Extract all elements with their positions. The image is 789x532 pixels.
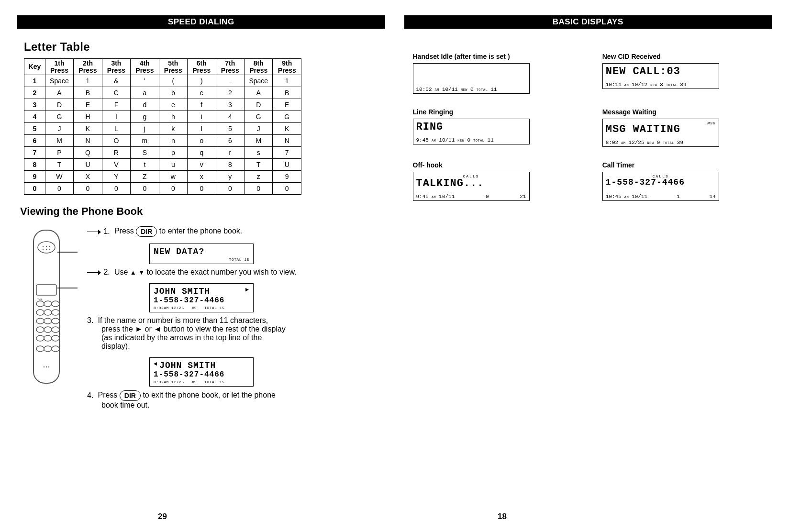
letter-table-cell: 2 <box>216 87 244 99</box>
letter-table-header: 6thPress <box>188 59 216 75</box>
letter-table-header: 4thPress <box>131 59 159 75</box>
card-call-timer: Call Timer CALLS 1-558-327-4466 10:45AM … <box>602 161 763 201</box>
card-msg-waiting: Message Waiting MSG MSG WAITING 8:02AM 1… <box>602 108 763 147</box>
table-row: 0000000000 <box>24 183 301 195</box>
table-row: 9WXYZwxyz9 <box>24 171 301 183</box>
letter-table-cell: b <box>159 87 187 99</box>
letter-table-cell: K <box>273 123 301 135</box>
letter-table-cell: q <box>188 147 216 159</box>
svg-point-30 <box>48 366 49 367</box>
letter-table-cell: D <box>45 99 73 111</box>
letter-table-cell: 0 <box>216 183 244 195</box>
letter-table-title: Letter Table <box>24 40 385 54</box>
letter-table-cell: D <box>244 99 273 111</box>
right-page: BASIC DISPLAYS Handset Idle (after time … <box>404 15 772 416</box>
speed-dialing-bar: SPEED DIALING <box>17 15 385 29</box>
letter-table-cell: 0 <box>102 183 130 195</box>
letter-table-cell: A <box>45 87 73 99</box>
svg-point-14 <box>52 310 59 315</box>
letter-table-cell: H <box>74 111 102 123</box>
step-2: 2. Use ▲ ▼ to locate the exact number yo… <box>87 268 385 277</box>
svg-point-21 <box>36 335 44 341</box>
letter-table-cell: 3 <box>216 99 244 111</box>
left-arrow-icon: ◄ <box>154 361 157 370</box>
letter-table-key: 4 <box>24 111 45 123</box>
letter-table-cell: 0 <box>159 183 187 195</box>
letter-table-cell: 7 <box>273 147 301 159</box>
letter-table-key: 2 <box>24 87 45 99</box>
svg-point-5 <box>43 249 44 250</box>
letter-table-header: 7thPress <box>216 59 244 75</box>
card-new-cid: New CID Received NEW CALL:03 10:11AM 10/… <box>602 53 763 94</box>
letter-table-key: 0 <box>24 183 45 195</box>
letter-table-cell: Space <box>244 75 273 87</box>
table-row: 2ABCabc2AB <box>24 87 301 99</box>
svg-point-20 <box>52 327 59 332</box>
letter-table-cell: L <box>102 123 130 135</box>
letter-table-cell: n <box>159 135 187 147</box>
letter-table-cell: y <box>216 171 244 183</box>
letter-table-cell: X <box>74 171 102 183</box>
svg-point-18 <box>36 327 44 332</box>
letter-table-header: 5thPress <box>159 59 187 75</box>
svg-point-25 <box>44 346 52 352</box>
letter-table-cell: U <box>74 159 102 171</box>
letter-table-cell: E <box>74 99 102 111</box>
letter-table-cell: E <box>273 99 301 111</box>
letter-table-cell: N <box>74 135 102 147</box>
letter-table-cell: R <box>102 147 130 159</box>
letter-table-cell: M <box>45 135 73 147</box>
letter-table-cell: 1 <box>273 75 301 87</box>
letter-table-key: 1 <box>24 75 45 87</box>
card-off-hook: Off- hook CALLS TALKING... 9:45AM 10/11 … <box>413 161 574 201</box>
svg-point-6 <box>46 249 47 250</box>
letter-table-cell: p <box>159 147 187 159</box>
letter-table-cell: m <box>131 135 159 147</box>
letter-table-cell: P <box>45 147 73 159</box>
card-idle: Handset Idle (after time is set ) 10:02A… <box>413 53 574 94</box>
letter-table-cell: a <box>131 87 159 99</box>
svg-point-17 <box>52 318 59 324</box>
letter-table-header: 3thPress <box>102 59 130 75</box>
step-3: 3. If the name or number is more than 11… <box>87 316 385 351</box>
lcd-new-data: NEW DATA? TOTAL 15 <box>149 244 254 264</box>
lcd-john-1: JOHN SMITH ► 1-558-327-4466 8:02AM 12/25… <box>149 283 254 312</box>
svg-point-4 <box>49 246 50 247</box>
lcd-john-2: ◄ JOHN SMITH 1-558-327-4466 8:02AM 12/25… <box>149 357 254 387</box>
svg-point-26 <box>52 346 59 352</box>
letter-table-cell: 0 <box>131 183 159 195</box>
up-triangle-icon: ▲ <box>130 269 136 276</box>
svg-text:Talk: Talk <box>37 298 43 301</box>
svg-point-1 <box>38 242 55 253</box>
letter-table-cell: 0 <box>45 183 73 195</box>
letter-table-cell: O <box>102 135 130 147</box>
letter-table-cell: 6 <box>216 135 244 147</box>
letter-table-cell: Q <box>74 147 102 159</box>
svg-point-28 <box>44 366 44 367</box>
letter-table-cell: B <box>74 87 102 99</box>
letter-table-cell: Space <box>45 75 73 87</box>
dir-button-icon: DIR <box>136 226 157 237</box>
letter-table-cell: c <box>188 87 216 99</box>
letter-table-cell: U <box>273 159 301 171</box>
phone-book-title: Viewing the Phone Book <box>20 205 385 218</box>
letter-table-cell: & <box>102 75 130 87</box>
letter-table-cell: 0 <box>273 183 301 195</box>
letter-table-cell: Z <box>131 171 159 183</box>
letter-table-key: 9 <box>24 171 45 183</box>
letter-table-cell: ) <box>188 75 216 87</box>
letter-table-cell: 4 <box>216 111 244 123</box>
handset-icon: Talk <box>20 223 78 396</box>
letter-table-cell: B <box>273 87 301 99</box>
letter-table-cell: W <box>45 171 73 183</box>
svg-point-24 <box>36 346 44 352</box>
svg-point-12 <box>36 310 44 315</box>
letter-table-cell: A <box>244 87 273 99</box>
table-row: 1Space1&'().Space1 <box>24 75 301 87</box>
table-row: 7PQRSpqrs7 <box>24 147 301 159</box>
letter-table-header: 9thPress <box>273 59 301 75</box>
letter-table-cell: J <box>244 123 273 135</box>
letter-table-cell: 5 <box>216 123 244 135</box>
svg-point-7 <box>49 249 50 250</box>
letter-table-cell: u <box>159 159 187 171</box>
